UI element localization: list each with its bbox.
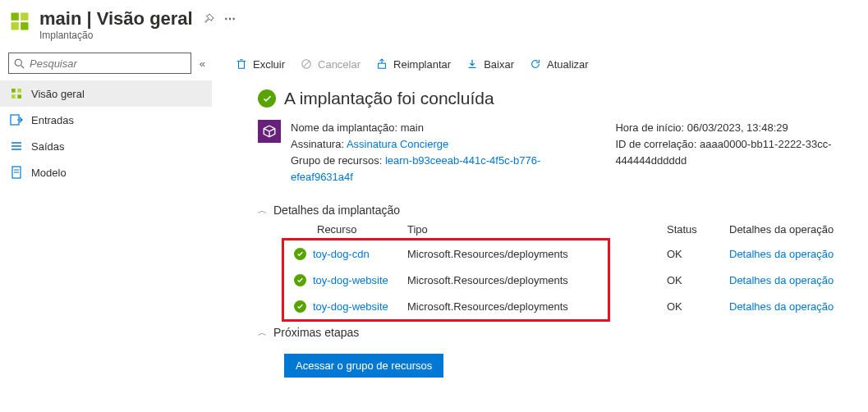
chevron-up-icon: ︿ bbox=[258, 327, 267, 339]
ok-icon bbox=[294, 274, 306, 286]
redeploy-button[interactable]: Reimplantar bbox=[375, 57, 451, 71]
resource-link[interactable]: toy-dog-cdn bbox=[313, 248, 370, 260]
svg-rect-22 bbox=[379, 63, 386, 68]
col-header-status: Status bbox=[667, 223, 729, 236]
overview-icon bbox=[10, 87, 23, 100]
section-next-steps[interactable]: ︿ Próximas etapas bbox=[235, 319, 868, 346]
sidebar-item-label: Visão geral bbox=[31, 88, 85, 100]
sidebar-item-template[interactable]: Modelo bbox=[0, 159, 212, 185]
svg-rect-8 bbox=[11, 94, 16, 98]
redeploy-icon bbox=[375, 57, 388, 71]
svg-rect-2 bbox=[11, 22, 19, 30]
refresh-icon bbox=[529, 57, 542, 71]
sidebar-item-label: Entradas bbox=[31, 114, 74, 126]
svg-rect-0 bbox=[11, 13, 19, 21]
outputs-icon bbox=[10, 140, 23, 153]
svg-rect-9 bbox=[17, 94, 21, 98]
toolbar: Excluir Cancelar Reimplantar Baixar Atua… bbox=[235, 54, 868, 82]
collapse-sidebar-icon[interactable]: « bbox=[200, 57, 205, 70]
operation-details-link[interactable]: Detalhes da operação bbox=[729, 274, 834, 286]
ok-icon bbox=[294, 300, 306, 313]
cancel-icon bbox=[300, 57, 313, 71]
col-header-resource: Recurso bbox=[284, 223, 407, 236]
sidebar-item-outputs[interactable]: Saídas bbox=[0, 133, 212, 159]
svg-rect-7 bbox=[17, 89, 21, 93]
subscription-link[interactable]: Assinatura Concierge bbox=[347, 138, 448, 150]
resource-link[interactable]: toy-dog-website bbox=[313, 274, 388, 286]
operation-details-link[interactable]: Detalhes da operação bbox=[729, 300, 834, 313]
col-header-type: Tipo bbox=[407, 223, 634, 236]
more-icon[interactable]: ⋯ bbox=[224, 12, 236, 25]
svg-rect-3 bbox=[21, 22, 28, 30]
col-header-details: Detalhes da operação bbox=[729, 223, 868, 236]
sidebar-item-inputs[interactable]: Entradas bbox=[0, 107, 212, 133]
table-row: toy-dog-website Microsoft.Resources/depl… bbox=[284, 267, 868, 293]
download-icon bbox=[466, 57, 479, 71]
svg-rect-17 bbox=[239, 62, 245, 69]
sidebar-item-label: Saídas bbox=[31, 140, 64, 153]
table-row: toy-dog-cdn Microsoft.Resources/deployme… bbox=[284, 240, 868, 267]
success-icon bbox=[258, 89, 276, 108]
chevron-up-icon: ︿ bbox=[258, 204, 267, 217]
table-row: toy-dog-website Microsoft.Resources/depl… bbox=[284, 293, 868, 319]
search-icon bbox=[14, 58, 25, 69]
search-input[interactable] bbox=[30, 57, 186, 70]
status-title: A implantação foi concluída bbox=[284, 89, 494, 108]
refresh-button[interactable]: Atualizar bbox=[529, 57, 589, 71]
svg-rect-1 bbox=[21, 13, 28, 21]
section-deployment-details[interactable]: ︿ Detalhes da implantação bbox=[235, 197, 868, 223]
svg-line-21 bbox=[304, 62, 310, 67]
deployment-icon bbox=[8, 10, 31, 33]
trash-icon bbox=[235, 57, 248, 71]
sidebar-item-label: Modelo bbox=[31, 167, 67, 179]
deployment-details-grid: Recurso Tipo Status Detalhes da operação… bbox=[284, 223, 868, 319]
delete-button[interactable]: Excluir bbox=[235, 57, 285, 71]
inputs-icon bbox=[10, 113, 23, 126]
ok-icon bbox=[294, 248, 306, 260]
pin-icon[interactable] bbox=[203, 13, 214, 25]
page-subtitle: Implantação bbox=[39, 30, 868, 41]
cancel-button: Cancelar bbox=[300, 57, 361, 71]
go-to-resource-group-button[interactable]: Acessar o grupo de recursos bbox=[284, 354, 443, 378]
download-button[interactable]: Baixar bbox=[466, 57, 514, 71]
page-title: main | Visão geral bbox=[39, 8, 193, 30]
svg-rect-6 bbox=[11, 89, 16, 93]
sidebar: « Visão geral Entradas Saídas Modelo bbox=[0, 51, 212, 378]
search-box[interactable] bbox=[8, 53, 191, 74]
info-left: Nome da implantação: main Assinatura: As… bbox=[291, 120, 566, 185]
package-icon bbox=[258, 120, 281, 143]
svg-point-4 bbox=[15, 59, 21, 66]
svg-line-5 bbox=[21, 65, 25, 68]
template-icon bbox=[10, 166, 23, 179]
operation-details-link[interactable]: Detalhes da operação bbox=[729, 248, 834, 260]
sidebar-item-overview[interactable]: Visão geral bbox=[0, 80, 212, 107]
resource-link[interactable]: toy-dog-website bbox=[313, 300, 388, 313]
info-right: Hora de início: 06/03/2023, 13:48:29 ID … bbox=[615, 120, 868, 185]
